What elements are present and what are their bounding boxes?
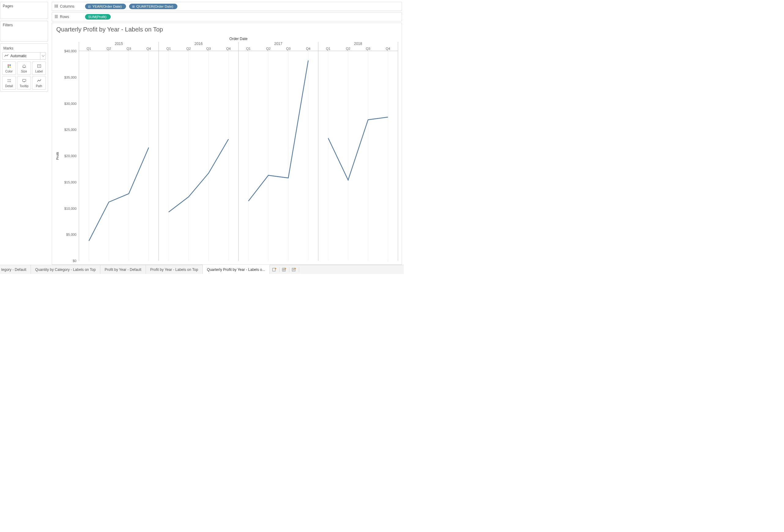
svg-text:Q3: Q3 xyxy=(286,47,290,51)
svg-text:Q1: Q1 xyxy=(326,47,331,51)
columns-icon xyxy=(54,4,58,9)
tab-quantity-by-category[interactable]: Quantity by Category - Labels on Top xyxy=(31,265,100,274)
new-worksheet-button[interactable] xyxy=(270,267,280,272)
size-icon xyxy=(22,64,27,68)
svg-text:Q3: Q3 xyxy=(127,47,131,51)
columns-shelf[interactable]: Columns ⊟ YEAR(Order Date) ⊞ QUARTER(Ord… xyxy=(52,2,402,11)
marks-title: Marks xyxy=(2,46,46,52)
marks-tooltip-label: Tooltip xyxy=(20,84,28,88)
pill-sum-profit[interactable]: SUM(Profit) xyxy=(85,14,111,20)
svg-text:2018: 2018 xyxy=(354,41,362,46)
rows-shelf-label: Rows xyxy=(54,15,82,19)
svg-point-10 xyxy=(7,81,8,82)
new-dashboard-button[interactable] xyxy=(280,267,289,272)
svg-point-9 xyxy=(10,79,10,80)
svg-text:$40,000: $40,000 xyxy=(64,49,77,53)
svg-rect-13 xyxy=(22,79,26,81)
svg-text:Q3: Q3 xyxy=(366,47,370,51)
chart-title: Quarterly Profit by Year - Labels on Top xyxy=(54,26,399,35)
svg-text:Q1: Q1 xyxy=(87,47,91,51)
svg-point-8 xyxy=(8,79,9,80)
marks-label-label: Label xyxy=(35,70,43,73)
rows-text: Rows xyxy=(60,15,69,19)
marks-size-label: Size xyxy=(21,70,27,73)
svg-text:$25,000: $25,000 xyxy=(64,128,77,131)
svg-text:$35,000: $35,000 xyxy=(64,76,77,79)
svg-text:Q1: Q1 xyxy=(166,47,171,51)
color-icon xyxy=(7,64,11,68)
marks-color-label: Color xyxy=(5,70,13,73)
tab-quarterly-profit-labels[interactable]: Quarterly Profit by Year - Labels o... xyxy=(203,265,270,274)
pill-sum-label: SUM(Profit) xyxy=(88,15,107,19)
columns-shelf-label: Columns xyxy=(54,4,82,9)
rows-icon xyxy=(54,15,58,19)
pill-year-order-date[interactable]: ⊟ YEAR(Order Date) xyxy=(85,4,126,9)
pill-quarter-label: QUARTER(Order Date) xyxy=(136,5,173,8)
tab-partial-left[interactable]: tegory - Default xyxy=(0,265,31,274)
svg-text:$20,000: $20,000 xyxy=(64,154,77,158)
collapse-icon: ⊟ xyxy=(88,5,90,8)
sheet-tab-bar: tegory - Default Quantity by Category - … xyxy=(0,265,404,274)
svg-point-12 xyxy=(10,81,10,82)
marks-detail[interactable]: Detail xyxy=(2,76,16,90)
marks-path-label: Path xyxy=(36,84,42,88)
detail-icon xyxy=(7,78,11,83)
chart-viewport: Quarterly Profit by Year - Labels on Top… xyxy=(52,23,402,265)
tooltip-icon xyxy=(22,78,27,83)
columns-text: Columns xyxy=(60,4,74,8)
svg-text:Q4: Q4 xyxy=(306,47,310,51)
svg-text:Order Date: Order Date xyxy=(229,37,248,41)
svg-text:Q2: Q2 xyxy=(186,47,191,51)
pages-title: Pages xyxy=(3,4,45,17)
filters-shelf[interactable]: Filters xyxy=(0,21,48,41)
svg-text:Q3: Q3 xyxy=(206,47,211,51)
svg-text:2015: 2015 xyxy=(115,41,123,46)
pill-quarter-order-date[interactable]: ⊞ QUARTER(Order Date) xyxy=(129,4,178,9)
new-story-button[interactable] xyxy=(289,267,299,272)
line-icon xyxy=(4,54,8,58)
marks-detail-label: Detail xyxy=(5,84,13,88)
marks-color[interactable]: Color xyxy=(2,61,16,75)
pill-year-label: YEAR(Order Date) xyxy=(92,5,122,8)
svg-text:Q2: Q2 xyxy=(266,47,271,51)
chevron-down-icon xyxy=(40,53,46,59)
marks-size[interactable]: Size xyxy=(17,61,31,75)
mark-type-dropdown[interactable]: Automatic xyxy=(2,52,46,60)
label-icon: T xyxy=(37,64,41,68)
svg-text:Q2: Q2 xyxy=(107,47,111,51)
marks-card: Marks Automatic xyxy=(0,43,48,92)
chart-svg: Order Date$0$5,000$10,000$15,000$20,000$… xyxy=(54,36,399,263)
svg-text:2017: 2017 xyxy=(274,41,283,46)
svg-text:$0: $0 xyxy=(73,259,77,263)
svg-point-11 xyxy=(8,81,9,82)
pages-shelf[interactable]: Pages xyxy=(0,2,48,19)
rows-shelf[interactable]: Rows SUM(Profit) xyxy=(52,12,402,21)
path-icon xyxy=(37,78,41,83)
marks-tooltip[interactable]: Tooltip xyxy=(17,76,31,90)
mark-type-label: Automatic xyxy=(10,54,27,58)
svg-text:Q4: Q4 xyxy=(386,47,390,51)
svg-text:T: T xyxy=(38,65,40,67)
svg-point-2 xyxy=(7,66,9,67)
svg-text:$10,000: $10,000 xyxy=(64,207,77,210)
svg-point-0 xyxy=(7,64,9,66)
expand-icon: ⊞ xyxy=(132,5,135,8)
filters-title: Filters xyxy=(3,23,45,39)
svg-text:$30,000: $30,000 xyxy=(64,102,77,106)
svg-text:Q4: Q4 xyxy=(226,47,231,51)
svg-text:Q4: Q4 xyxy=(146,47,151,51)
svg-text:Q2: Q2 xyxy=(346,47,351,51)
svg-text:Q1: Q1 xyxy=(246,47,251,51)
marks-label[interactable]: T Label xyxy=(32,61,46,75)
svg-text:$5,000: $5,000 xyxy=(66,233,77,236)
svg-point-1 xyxy=(9,64,11,66)
tab-profit-by-year-default[interactable]: Profit by Year - Default xyxy=(100,265,146,274)
svg-point-7 xyxy=(7,79,8,80)
svg-point-3 xyxy=(9,66,11,67)
svg-text:2016: 2016 xyxy=(195,41,203,46)
svg-text:Profit: Profit xyxy=(56,152,59,160)
tab-profit-by-year-labels[interactable]: Profit by Year - Labels on Top xyxy=(146,265,203,274)
svg-text:$15,000: $15,000 xyxy=(64,180,77,184)
marks-path[interactable]: Path xyxy=(32,76,46,90)
